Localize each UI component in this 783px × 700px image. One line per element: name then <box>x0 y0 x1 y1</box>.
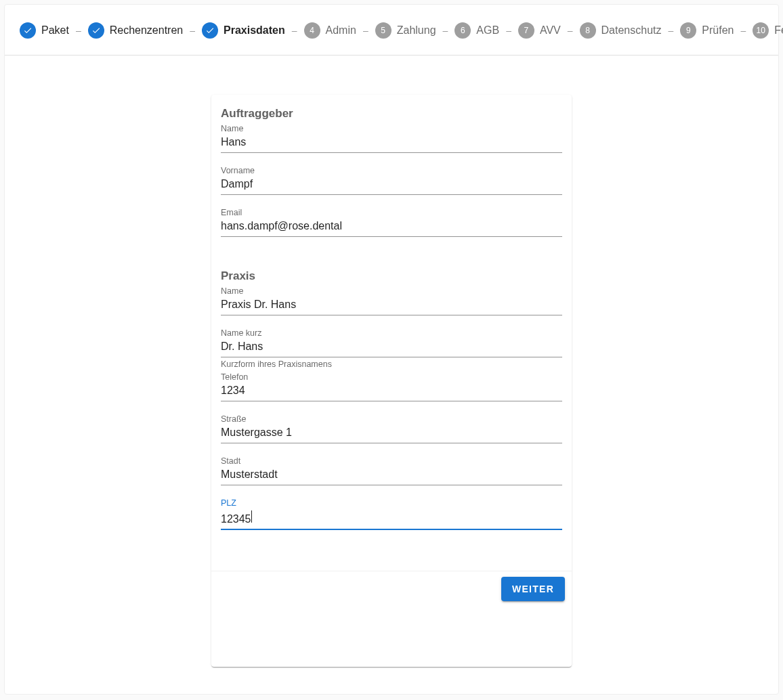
step-divider: – <box>443 25 448 36</box>
step-divider: – <box>292 25 297 36</box>
step-divider: – <box>506 25 511 36</box>
check-icon <box>20 22 36 39</box>
field-email: Email <box>221 207 562 237</box>
stepper: Paket – Rechenzentren – Praxisdaten – 4 … <box>5 5 778 56</box>
field-label: Name <box>221 123 562 134</box>
section-auftraggeber: Auftraggeber Name Vorname Email <box>221 107 562 237</box>
step-pruefen[interactable]: 9 Prüfen <box>680 22 734 39</box>
card-actions: Weiter <box>211 571 572 607</box>
section-title: Praxis <box>221 269 562 283</box>
field-label: Email <box>221 207 562 218</box>
step-label: Fertig <box>774 24 783 37</box>
step-label: Rechenzentren <box>110 24 184 37</box>
section-title: Auftraggeber <box>221 107 562 121</box>
step-label: Zahlung <box>397 24 436 37</box>
field-label: PLZ <box>221 498 562 508</box>
step-paket[interactable]: Paket <box>20 22 69 39</box>
step-divider: – <box>76 25 81 36</box>
section-praxis: Praxis Name Name kurz Kurzform ihres Pra… <box>221 269 562 530</box>
step-fertig[interactable]: 10 Fertig <box>753 22 783 39</box>
step-number-icon: 9 <box>680 22 696 39</box>
text-caret-icon <box>251 510 252 523</box>
field-praxis-name: Name <box>221 286 562 315</box>
step-label: AVV <box>540 24 561 37</box>
plz-input[interactable]: 12345 <box>221 508 562 530</box>
step-agb[interactable]: 6 AGB <box>454 22 499 39</box>
field-stadt: Stadt <box>221 456 562 485</box>
field-strasse: Straße <box>221 414 562 443</box>
step-number-icon: 8 <box>580 22 596 39</box>
step-praxisdaten[interactable]: Praxisdaten <box>202 22 285 39</box>
step-label: Admin <box>326 24 356 37</box>
step-label: Datenschutz <box>601 24 662 37</box>
telefon-input[interactable] <box>221 382 562 401</box>
step-avv[interactable]: 7 AVV <box>518 22 561 39</box>
name-input[interactable] <box>221 134 562 153</box>
step-divider: – <box>568 25 573 36</box>
step-divider: – <box>740 25 746 36</box>
field-label: Name <box>221 286 562 297</box>
step-number-icon: 6 <box>454 22 471 39</box>
step-number-icon: 5 <box>375 22 392 39</box>
step-datenschutz[interactable]: 8 Datenschutz <box>580 22 662 39</box>
field-label: Stadt <box>221 456 562 466</box>
form-card: Auftraggeber Name Vorname Email <box>211 95 572 667</box>
stadt-input[interactable] <box>221 466 562 485</box>
step-zahlung[interactable]: 5 Zahlung <box>375 22 436 39</box>
step-label: Paket <box>41 24 69 37</box>
check-icon <box>202 22 218 39</box>
step-divider: – <box>363 25 368 36</box>
step-admin[interactable]: 4 Admin <box>304 22 356 39</box>
email-input[interactable] <box>221 218 562 237</box>
field-label: Name kurz <box>221 328 562 338</box>
check-icon <box>88 22 104 39</box>
field-hint: Kurzform ihres Praxisnamens <box>221 359 562 369</box>
step-label: Prüfen <box>702 24 734 37</box>
field-label: Straße <box>221 414 562 424</box>
field-name-kurz: Name kurz Kurzform ihres Praxisnamens <box>221 328 562 369</box>
step-rechenzentren[interactable]: Rechenzentren <box>88 22 184 39</box>
praxis-name-input[interactable] <box>221 297 562 315</box>
field-vorname: Vorname <box>221 165 562 195</box>
strasse-input[interactable] <box>221 424 562 443</box>
step-label: Praxisdaten <box>224 24 285 37</box>
step-number-icon: 10 <box>753 22 769 39</box>
step-label: AGB <box>476 24 499 37</box>
field-plz: PLZ 12345 <box>221 498 562 530</box>
field-label: Vorname <box>221 165 562 176</box>
page-container: Paket – Rechenzentren – Praxisdaten – 4 … <box>4 4 779 695</box>
next-button[interactable]: Weiter <box>501 577 565 601</box>
vorname-input[interactable] <box>221 176 562 195</box>
step-divider: – <box>668 25 673 36</box>
field-telefon: Telefon <box>221 372 562 401</box>
name-kurz-input[interactable] <box>221 338 562 357</box>
field-label: Telefon <box>221 372 562 382</box>
step-number-icon: 7 <box>518 22 534 39</box>
step-number-icon: 4 <box>304 22 320 39</box>
step-divider: – <box>190 25 195 36</box>
content-area: Auftraggeber Name Vorname Email <box>5 56 778 694</box>
plz-value: 12345 <box>221 513 251 525</box>
field-name: Name <box>221 123 562 153</box>
